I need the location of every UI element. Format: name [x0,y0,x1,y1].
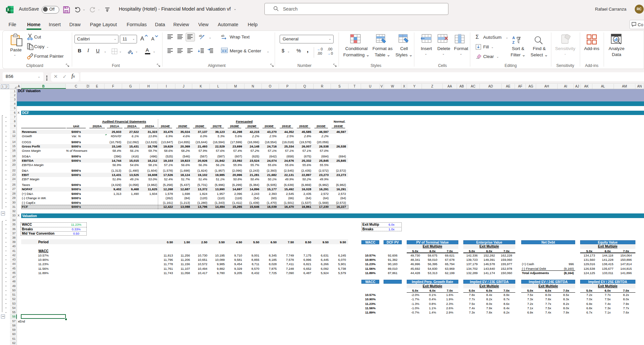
svg-text:X: X [7,8,9,12]
svg-text:ab: ab [199,34,202,37]
svg-text:Z: Z [512,40,515,44]
svg-text:A: A [512,36,515,40]
svg-text:ab: ab [221,34,224,37]
